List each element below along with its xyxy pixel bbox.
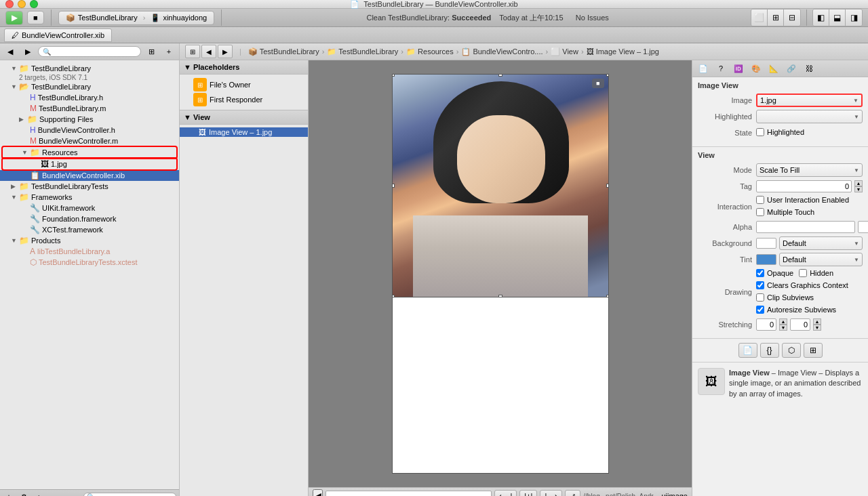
maximize-button[interactable] [30, 0, 38, 8]
breadcrumb-item-1[interactable]: 📦 TestBundleLibrary [248, 47, 319, 56]
tag-stepper[interactable]: ▲ ▼ [854, 180, 863, 192]
image-dropdown[interactable]: 1.jpg ▼ [756, 94, 863, 107]
breadcrumb-item-2[interactable]: 📁 TestBundleLibrary [327, 47, 398, 56]
highlighted-checkbox[interactable] [756, 128, 764, 136]
tree-item-supporting[interactable]: ▶ 📁 Supporting Files [0, 114, 179, 125]
minimize-button[interactable] [18, 0, 26, 8]
first-responder-item[interactable]: ⊞ First Responder [180, 92, 308, 107]
file-inspector-button[interactable]: 📄 [695, 62, 711, 75]
stretch-y-stepper[interactable]: ▲ ▼ [813, 318, 821, 331]
stretch-x-stepper[interactable]: ▲ ▼ [779, 318, 787, 331]
tree-item-xib[interactable]: 📋 BundleViewController.xib [0, 170, 179, 181]
search-box[interactable]: 🔍 [38, 46, 141, 57]
breadcrumb-item-5[interactable]: ⬜ View [551, 47, 578, 56]
add-file-button[interactable]: + [3, 492, 15, 497]
uiimage-label[interactable]: uiimage [661, 492, 688, 496]
background-dropdown[interactable]: Default ▼ [779, 236, 863, 250]
attributes-inspector-button[interactable]: 🎨 [748, 62, 764, 75]
background-color-swatch[interactable] [756, 238, 776, 249]
tree-item-xctest-file[interactable]: ⬡ TestBundleLibraryTests.xctest [0, 257, 179, 268]
navigator-toggle-button[interactable]: ◧ [813, 9, 829, 26]
hidden-checkbox[interactable] [799, 269, 807, 277]
identity-inspector-button[interactable]: 🆔 [730, 62, 747, 75]
center-button[interactable]: |+| [519, 490, 537, 497]
canvas-viewport[interactable]: ■ [309, 60, 692, 487]
stretch-x-dec[interactable]: ▼ [779, 325, 787, 331]
bottom-search-input[interactable] [83, 493, 176, 497]
tag-decrement[interactable]: ▼ [854, 186, 863, 192]
traffic-lights[interactable] [5, 0, 38, 8]
view-bottom-area[interactable] [392, 297, 609, 474]
version-editor-button[interactable]: ⊟ [784, 9, 800, 26]
autoresize-subviews-label[interactable]: Autoresize Subviews [756, 306, 836, 314]
size-inspector-button[interactable]: 📐 [766, 62, 782, 75]
scroll-indicator[interactable] [326, 491, 492, 496]
inspector-tab-object[interactable]: ⬡ [782, 343, 801, 358]
back-page-button[interactable]: ◀ [313, 489, 323, 496]
highlighted-checkbox-label[interactable]: Highlighted [756, 128, 804, 136]
user-interaction-checkbox[interactable] [756, 196, 764, 204]
opaque-checkbox[interactable] [756, 269, 764, 277]
stretch-y-field[interactable] [790, 318, 810, 331]
files-owner-item[interactable]: ⊞ File's Owner [180, 77, 308, 92]
stop-button[interactable]: ■ [27, 11, 44, 24]
tree-item-tests[interactable]: ▶ 📁 TestBundleLibraryTests [0, 181, 179, 192]
tree-item-m1[interactable]: M TestBundleLibrary.m [0, 103, 179, 114]
bindings-inspector-button[interactable]: ⛓ [801, 62, 817, 75]
quick-help-button[interactable]: ? [713, 62, 729, 75]
stretch-x-field[interactable] [756, 318, 776, 331]
project-root[interactable]: ▼ 📁 TestBundleLibrary [0, 63, 179, 74]
tree-item-liba[interactable]: A libTestBundleLibrary.a [0, 246, 179, 257]
clears-graphics-checkbox[interactable] [756, 281, 764, 289]
image-view-element[interactable]: ■ [392, 74, 609, 297]
clears-graphics-label[interactable]: Clears Graphics Context [756, 281, 848, 289]
inspector-tab-code[interactable]: {} [760, 343, 779, 358]
opaque-label[interactable]: Opaque [756, 269, 793, 277]
inspector-tab-grid[interactable]: ⊞ [804, 343, 823, 358]
placeholders-nav-button[interactable]: ⊞ [185, 45, 200, 58]
tree-item-bvch[interactable]: H BundleViewController.h [0, 125, 179, 136]
stretch-y-inc[interactable]: ▲ [813, 318, 821, 325]
tree-item-foundation[interactable]: 🔧 Foundation.framework [0, 213, 179, 224]
inspector-tab-file[interactable]: 📄 [738, 343, 757, 358]
run-button[interactable]: ▶ [5, 11, 23, 25]
tree-item-products[interactable]: ▼ 📁 Products [0, 235, 179, 246]
active-tab[interactable]: 🖊 BundleViewController.xib [4, 28, 112, 42]
connections-inspector-button[interactable]: 🔗 [783, 62, 800, 75]
clip-subviews-label[interactable]: Clip Subviews [756, 293, 814, 302]
tag-field[interactable] [756, 180, 852, 192]
tint-dropdown[interactable]: Default ▼ [779, 253, 863, 266]
autoresize-subviews-checkbox[interactable] [756, 306, 764, 314]
breadcrumb-item-6[interactable]: 🖼 Image View – 1.jpg [587, 47, 659, 56]
tree-item-h1[interactable]: H TestBundleLibrary.h [0, 92, 179, 103]
tag-increment[interactable]: ▲ [854, 180, 863, 186]
add-button[interactable]: + [161, 45, 176, 58]
forward-nav-button[interactable]: ▶ [218, 45, 233, 58]
mode-dropdown[interactable]: Scale To Fill ▼ [756, 163, 863, 177]
debug-toggle-button[interactable]: ⬓ [829, 9, 846, 26]
alpha-field[interactable] [858, 221, 868, 233]
align-left-button[interactable]: ⟵| [494, 490, 517, 497]
user-interaction-label[interactable]: User Interaction Enabled [756, 196, 849, 204]
tree-item-1jpg[interactable]: 🖼 1.jpg [3, 159, 176, 169]
breadcrumb-item-4[interactable]: 📋 BundleViewContro.... [461, 47, 542, 56]
zoom-fit-button[interactable]: ⤢ [565, 490, 580, 497]
tree-item-testbundlelibrary[interactable]: ▼ 📂 TestBundleLibrary [0, 81, 179, 92]
inspector-toggle-button[interactable]: ◨ [846, 9, 862, 26]
assistant-editor-button[interactable]: ⊞ [768, 9, 784, 26]
stretch-y-dec[interactable]: ▼ [813, 325, 821, 331]
clip-subviews-checkbox[interactable] [756, 293, 764, 302]
filter-button[interactable]: ⊞ [144, 45, 159, 58]
close-button[interactable] [5, 0, 14, 8]
filter-files-button[interactable]: ⚙ [18, 492, 30, 497]
align-right-button[interactable]: |⟶ [540, 490, 562, 497]
stretch-x-inc[interactable]: ▲ [779, 318, 787, 325]
standard-editor-button[interactable]: ⬜ [751, 9, 768, 26]
alpha-slider[interactable] [756, 221, 855, 233]
tree-item-bvcm[interactable]: M BundleViewController.m [0, 136, 179, 146]
tree-item-xctest[interactable]: 🔧 XCTest.framework [0, 224, 179, 235]
share-button[interactable]: ↑ [33, 492, 45, 497]
breadcrumb-item-3[interactable]: 📁 Resources [406, 47, 454, 56]
back-nav-button[interactable]: ◀ [201, 45, 216, 58]
scheme-selector[interactable]: 📦 TestBundleLibrary › 📱 xinhuayidong [58, 11, 215, 25]
